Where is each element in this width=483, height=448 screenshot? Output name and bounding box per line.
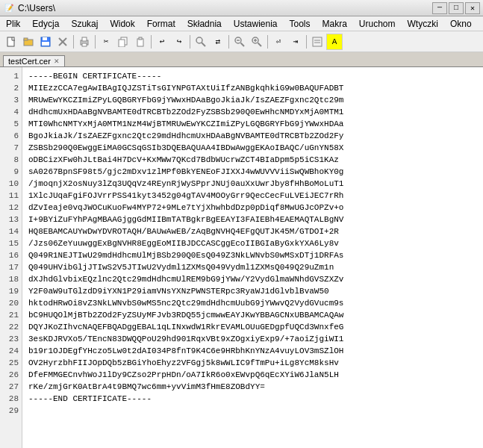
menu-tools[interactable]: Tools	[284, 17, 317, 31]
code-line: MTI0WhcNMTYxMjA0MTM1NzM4WjBTMRUwEwYKCZIm…	[28, 118, 477, 130]
line-number: 24	[3, 345, 19, 357]
title-text: C:\Users\	[18, 3, 432, 13]
code-line: 1XlcJUqaFgiFOJVrrPSS41kyt3452g04gTAV4MOO…	[28, 190, 477, 202]
menu-makra[interactable]: Makra	[317, 17, 353, 31]
line-number: 20	[3, 297, 19, 309]
toolbar-separator-6	[267, 35, 268, 49]
toolbar: ✂ ↩ ↪ ⇄ ⏎ ⇥ A	[0, 31, 483, 52]
highlight-button[interactable]: A	[326, 34, 343, 50]
cut-button[interactable]: ✂	[98, 34, 114, 50]
line-number: 28	[3, 393, 19, 405]
code-line: /Jzs06ZeYuuwggExBgNVHR8EggEoMIIBJDCCASCg…	[28, 237, 477, 249]
replace-button[interactable]: ⇄	[210, 34, 226, 50]
svg-rect-5	[42, 42, 49, 46]
svg-rect-0	[7, 37, 14, 46]
line-number: 23	[3, 333, 19, 345]
code-line: sA0267BpnSF98t5/gjc2mDxv1zlMPf0BkYENEoFJ…	[28, 166, 477, 178]
line-number: 13	[3, 214, 19, 225]
line-number: 26	[3, 369, 19, 381]
code-editor[interactable]: -----BEGIN CERTIFICATE-----MIIEzzCCA7egA…	[22, 67, 483, 448]
svg-rect-24	[313, 37, 322, 46]
menu-help[interactable]: ?	[478, 17, 483, 31]
code-line: -----BEGIN CERTIFICATE-----	[28, 70, 477, 82]
svg-rect-4	[43, 37, 47, 40]
line-number: 5	[3, 118, 19, 130]
tab-bar: testCert.cer ✕	[0, 52, 483, 67]
menu-wtyczki[interactable]: Wtyczki	[402, 17, 444, 31]
svg-rect-12	[119, 40, 125, 47]
app-icon: 📝	[3, 2, 15, 14]
line-number: 22	[3, 321, 19, 333]
line-number: 12	[3, 202, 19, 214]
new-button[interactable]	[3, 34, 19, 50]
minimize-button[interactable]: ─	[432, 2, 447, 14]
code-line: /jmoqnjX2osNuy3lZq3UQqVz4REynRjWySPprJNU…	[28, 178, 477, 190]
print-button[interactable]	[76, 34, 93, 50]
svg-line-19	[241, 43, 245, 46]
code-line: Q049R1NEJTIwU29mdHdhcmUlMjBSb290Q0EsQ049…	[28, 249, 477, 261]
svg-line-16	[202, 43, 205, 46]
code-line: b19r1OJDEgfYHczo5Lw0t2dAI034P8fnT9K4C6e9…	[28, 345, 477, 357]
content-area[interactable]: 1234567891011121314151617181920212223242…	[0, 67, 483, 448]
line-number: 4	[3, 106, 19, 118]
tab-label: testCert.cer	[8, 57, 51, 66]
tab-testcert[interactable]: testCert.cer ✕	[3, 55, 65, 66]
copy-button[interactable]	[115, 34, 131, 50]
menu-edycja[interactable]: Edycja	[26, 17, 65, 31]
line-number: 1	[3, 70, 19, 82]
code-line: hktodHRwOi8vZ3NkLWNvbS0wMS5nc2Qtc29mdHdh…	[28, 297, 477, 309]
undo-button[interactable]: ↩	[154, 34, 170, 50]
line-number: 3	[3, 94, 19, 106]
line-number: 11	[3, 190, 19, 202]
maximize-button[interactable]: □	[449, 2, 464, 14]
macro-button[interactable]	[309, 34, 325, 50]
menu-uruchom[interactable]: Uruchom	[353, 17, 402, 31]
code-line: Q049UHVibGljJTIwS2V5JTIwU2Vydml1ZXMsQ049…	[28, 261, 477, 273]
line-number: 7	[3, 142, 19, 154]
code-line: MRUwEwYKCZImiZPyLGQBGRYFbG9jYWwxHDAaBgoJ…	[28, 94, 477, 106]
menu-widok[interactable]: Widok	[104, 17, 140, 31]
redo-button[interactable]: ↪	[171, 34, 187, 50]
zoom-in-button[interactable]	[249, 34, 265, 50]
code-line: MIIEzzCCA7egAwIBAgIQJZSTiTsGIYNPGTAXtUiI…	[28, 82, 477, 94]
svg-rect-10	[82, 43, 87, 46]
svg-point-15	[196, 37, 202, 43]
zoom-out-button[interactable]	[231, 34, 248, 50]
line-number: 21	[3, 309, 19, 321]
line-number: 6	[3, 130, 19, 142]
code-line: oDBCizXFw0hJLtBai4H7DcV+KxMWw7QKcd7BdbWU…	[28, 154, 477, 166]
line-number: 27	[3, 381, 19, 393]
line-number: 17	[3, 261, 19, 273]
menu-plik[interactable]: Plik	[0, 17, 26, 31]
tab-close-button[interactable]: ✕	[54, 58, 60, 65]
code-line: ZSBSb290Q0EwggEiMA0GCSqGSIb3DQEBAQUAA4IB…	[28, 142, 477, 154]
code-line: OV2HyrzbhFIIJOpDQb5zBGiYhoEhyz2VFGgj5k8w…	[28, 357, 477, 369]
menu-format[interactable]: Format	[141, 17, 181, 31]
open-button[interactable]	[20, 34, 37, 50]
indent-button[interactable]: ⇥	[287, 34, 304, 50]
menu-skladnia[interactable]: Składnia	[181, 17, 228, 31]
toolbar-separator-7	[306, 35, 307, 49]
save-button[interactable]	[37, 34, 54, 50]
code-line: 3esKDJRVXo5/TEncN83DWQQPoU29hd901RqxVBt9…	[28, 333, 477, 345]
code-line: dHdhcmUxHDAaBgNVBAMTE0dTRCBTb2ZOd2FyZSBS…	[28, 106, 477, 118]
paste-button[interactable]	[132, 34, 149, 50]
svg-rect-9	[82, 37, 87, 41]
line-number: 2	[3, 82, 19, 94]
close-window-button[interactable]: ✕	[465, 2, 480, 14]
wrap-button[interactable]: ⏎	[270, 34, 287, 50]
find-button[interactable]	[193, 34, 209, 50]
line-number: 9	[3, 166, 19, 178]
code-line: rKe/zmjGrK0AtBrA4t9BMQ7wc6mm+yvVimM3fHmE…	[28, 381, 477, 393]
line-number: 25	[3, 357, 19, 369]
line-numbers: 1234567891011121314151617181920212223242…	[0, 67, 22, 448]
menu-ustawienia[interactable]: Ustawienia	[228, 17, 284, 31]
svg-rect-2	[24, 38, 28, 40]
line-number: 15	[3, 237, 19, 249]
code-line: BgoJkiaJk/IsZAEZFgxnc2Qtc29mdHdhcmUxHDAa…	[28, 130, 477, 142]
close-file-button[interactable]	[54, 34, 71, 50]
code-line: DQYJKoZIhvcNAQEFBQADggEBAL1qLINxwdW1RkrE…	[28, 321, 477, 333]
toolbar-separator-2	[95, 35, 96, 49]
menu-szukaj[interactable]: Szukaj	[65, 17, 104, 31]
menu-okno[interactable]: Okno	[444, 17, 478, 31]
